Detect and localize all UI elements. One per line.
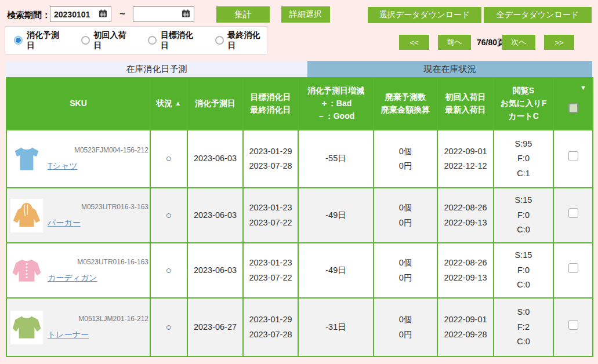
sku-code: M0523UTR016-3-163 xyxy=(81,201,148,213)
row-checkbox[interactable] xyxy=(568,263,578,273)
next-page-button[interactable]: 次へ xyxy=(502,35,535,50)
row-checkbox[interactable] xyxy=(568,320,578,330)
radio-target-date[interactable]: 目標消化日 xyxy=(148,30,200,51)
forecast-date-cell: 2023-06-03 xyxy=(187,243,243,298)
select-all-checkbox[interactable] xyxy=(568,103,578,113)
chevron-down-icon[interactable]: ▼ xyxy=(580,83,586,93)
last-page-button[interactable]: >> xyxy=(544,35,574,50)
target-final-cell: 2023-01-23 2023-07-22 xyxy=(243,188,298,243)
target-final-cell: 2023-01-29 2023-07-28 xyxy=(243,298,298,356)
table-row: M0523UTR016-3-163 パーカー ○ 2023-06-03 2023… xyxy=(6,188,593,243)
sweater-icon xyxy=(10,311,43,344)
header-sku[interactable]: SKU xyxy=(6,78,150,130)
select-cell xyxy=(553,243,593,298)
download-all-button[interactable]: 全データダウンロード xyxy=(484,7,592,23)
header-status[interactable]: 状況 ▲ xyxy=(150,78,187,130)
date-to-input[interactable] xyxy=(133,7,179,21)
detail-select-button[interactable]: 詳細選択 xyxy=(281,6,330,23)
sku-cell: M0523UTR016-3-163 パーカー xyxy=(6,188,150,243)
date-to-field[interactable] xyxy=(133,6,194,22)
status-circle: ○ xyxy=(166,265,172,276)
prev-page-button[interactable]: 前へ xyxy=(438,35,471,50)
arrival-cell: 2022-08-26 2022-09-13 xyxy=(437,188,494,243)
tshirt-icon xyxy=(10,142,43,176)
header-waste[interactable]: 廃棄予測数 廃棄金額換算 xyxy=(374,78,437,130)
sfc-cell: S:0 F:2 C:0 xyxy=(494,298,553,356)
table-row: M0523FJM004-156-212 Tシャツ ○ 2023-06-03 20… xyxy=(6,130,593,188)
forecast-date-cell: 2023-06-03 xyxy=(187,130,243,188)
status-circle: ○ xyxy=(166,322,172,333)
radio-first-arrival-date[interactable]: 初回入荷日 xyxy=(81,30,133,51)
sku-cell: M0513LJM201-16-212 トレーナー xyxy=(6,298,150,356)
stock-forecast-table: SKU 状況 ▲ 消化予測日 目標消化日 最終消化日 消化予測日増減 ＋：Bad… xyxy=(6,77,593,357)
row-checkbox[interactable] xyxy=(568,208,578,218)
table-header-row: SKU 状況 ▲ 消化予測日 目標消化日 最終消化日 消化予測日増減 ＋：Bad… xyxy=(6,78,593,130)
sfc-cell: S:15 F:0 C:0 xyxy=(494,243,553,298)
header-forecast-date[interactable]: 消化予測日 xyxy=(187,78,243,130)
view-tabs: 在庫消化日予測 現在在庫状況 xyxy=(6,61,592,77)
forecast-date-cell: 2023-06-03 xyxy=(187,188,243,243)
delta-cell: -49日 xyxy=(298,243,374,298)
radio-unselected-icon xyxy=(81,36,90,45)
radio-unselected-icon xyxy=(148,36,157,45)
arrival-cell: 2022-09-01 2022-09-28 xyxy=(437,298,494,356)
page-indicator: 76/80頁 xyxy=(477,38,505,48)
status-cell: ○ xyxy=(150,188,187,243)
sku-code: M0523FJM004-156-212 xyxy=(74,144,148,156)
calendar-icon xyxy=(182,9,190,20)
waste-cell: 0個 0円 xyxy=(374,130,437,188)
arrival-cell: 2022-08-26 2022-09-13 xyxy=(437,243,494,298)
target-final-cell: 2023-01-29 2023-07-28 xyxy=(243,130,298,188)
sku-cell: M0523UTR016-16-163 カーディガン xyxy=(6,243,150,298)
row-checkbox[interactable] xyxy=(568,151,578,161)
waste-cell: 0個 0円 xyxy=(374,188,437,243)
header-arrival-dates[interactable]: 初回入荷日 最新入荷日 xyxy=(437,78,494,130)
radio-selected-icon xyxy=(14,36,23,45)
header-forecast-delta[interactable]: 消化予測日増減 ＋：Bad －：Good xyxy=(298,78,374,130)
sku-code: M0513LJM201-16-212 xyxy=(78,313,148,325)
waste-cell: 0個 0円 xyxy=(374,298,437,356)
first-page-button[interactable]: << xyxy=(399,35,429,50)
hoodie-icon xyxy=(10,199,43,232)
arrival-cell: 2022-09-01 2022-12-12 xyxy=(437,130,494,188)
delta-cell: -31日 xyxy=(298,298,374,356)
date-range-tilde: ~ xyxy=(119,8,125,20)
sku-cell: M0523FJM004-156-212 Tシャツ xyxy=(6,130,150,188)
status-cell: ○ xyxy=(150,298,187,356)
sku-code: M0523UTR016-16-163 xyxy=(77,256,148,268)
status-circle: ○ xyxy=(166,210,172,221)
date-to-calendar-button[interactable] xyxy=(179,7,193,21)
select-cell xyxy=(553,298,593,356)
date-from-input[interactable] xyxy=(50,7,96,21)
product-link[interactable]: トレーナー xyxy=(48,327,89,342)
product-link[interactable]: パーカー xyxy=(48,216,81,230)
calendar-icon xyxy=(99,9,107,20)
delta-cell: -49日 xyxy=(298,188,374,243)
tab-stock-depletion-forecast[interactable]: 在庫消化日予測 xyxy=(6,61,307,77)
date-type-radio-group: 消化予測日 初回入荷日 目標消化日 最終消化日 xyxy=(5,26,267,54)
sort-asc-icon[interactable]: ▲ xyxy=(175,100,182,107)
tab-current-stock-status[interactable]: 現在在庫状況 xyxy=(307,61,592,77)
table-row: M0513LJM201-16-212 トレーナー ○ 2023-06-27 20… xyxy=(6,298,593,356)
radio-final-date[interactable]: 最終消化日 xyxy=(215,30,267,51)
delta-cell: -55日 xyxy=(298,130,374,188)
date-from-calendar-button[interactable] xyxy=(96,7,110,21)
waste-cell: 0個 0円 xyxy=(374,243,437,298)
product-link[interactable]: Tシャツ xyxy=(48,159,78,173)
header-target-final-date[interactable]: 目標消化日 最終消化日 xyxy=(243,78,298,130)
forecast-date-cell: 2023-06-27 xyxy=(187,298,243,356)
radio-forecast-date[interactable]: 消化予測日 xyxy=(14,30,66,51)
date-from-field[interactable] xyxy=(50,6,111,22)
status-circle: ○ xyxy=(166,153,172,164)
aggregate-button[interactable]: 集計 xyxy=(216,6,270,23)
header-select-column: ▼ xyxy=(553,78,593,130)
status-cell: ○ xyxy=(150,130,187,188)
status-cell: ○ xyxy=(150,243,187,298)
header-views-favorites-cart[interactable]: 閲覧S お気に入りF カートC xyxy=(494,78,553,130)
cardigan-icon xyxy=(10,254,43,287)
download-selected-button[interactable]: 選択データダウンロード xyxy=(368,7,481,23)
target-final-cell: 2023-01-23 2023-07-22 xyxy=(243,243,298,298)
product-link[interactable]: カーディガン xyxy=(48,271,97,285)
inventory-forecast-page: 検索期間： ~ xyxy=(0,0,598,364)
radio-unselected-icon xyxy=(215,36,224,45)
